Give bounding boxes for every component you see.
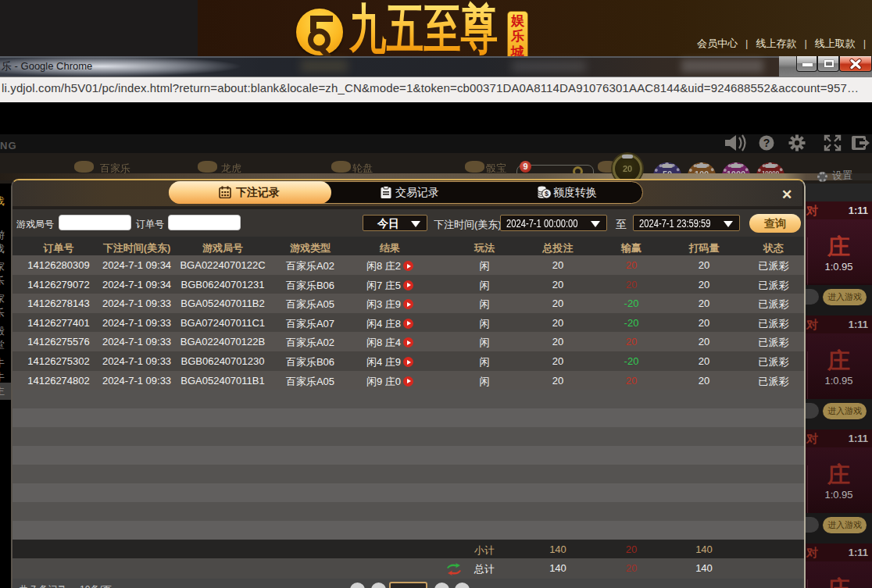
svg-text:$: $: [545, 190, 549, 198]
svg-text:?: ?: [763, 137, 770, 149]
